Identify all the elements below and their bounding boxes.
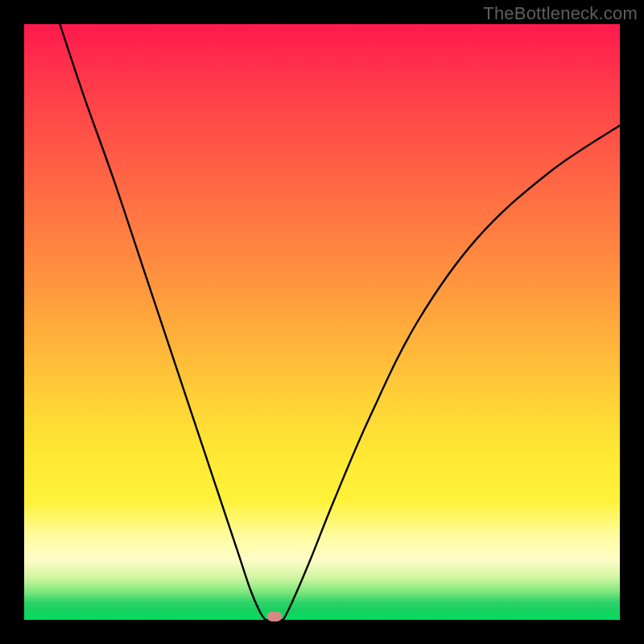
chart-frame: TheBottleneck.com (0, 0, 644, 644)
plot-area (24, 24, 620, 620)
curve-svg (24, 24, 620, 620)
bottleneck-curve (60, 24, 620, 620)
watermark-text: TheBottleneck.com (483, 3, 638, 24)
optimal-marker (267, 612, 282, 621)
